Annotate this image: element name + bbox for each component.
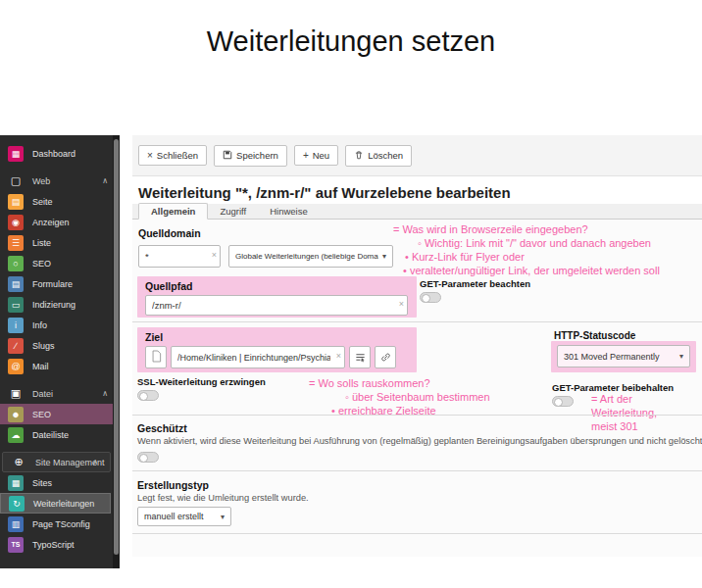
sidebar-item-liste[interactable]: ☰Liste (0, 232, 120, 253)
sidebar-scrollbar[interactable] (113, 135, 120, 568)
sidebar-item-datei[interactable]: ▣Datei∧ (0, 383, 120, 404)
clear-icon[interactable]: × (399, 299, 404, 309)
sidebar-item-label: Dashboard (32, 149, 75, 159)
get-beibehalten-toggle[interactable] (552, 396, 574, 407)
sidebar-item-label: Sites (32, 478, 52, 488)
erstellungstyp-select[interactable]: manuell erstellt ▾ (137, 507, 231, 526)
sidebar-item-anzeigen[interactable]: ◉Anzeigen (0, 212, 120, 232)
chevron-down-icon: ▾ (679, 352, 683, 361)
datei-icon: ▣ (8, 386, 24, 402)
close-button[interactable]: × Schließen (138, 145, 207, 166)
plus-icon: + (303, 151, 309, 161)
field-quelldomain: Quelldomain × Globale Weiterleitungen (b… (138, 227, 393, 268)
erstellungstyp-description: Legt fest, wie die Umleitung erstellt wu… (137, 493, 309, 503)
annotation-source-2: ◦ Wichtig: Link mit "/" davor und danach… (418, 237, 651, 249)
sidebar-item-site-management[interactable]: ⊕Site Management∧ (2, 452, 111, 472)
delete-button[interactable]: Löschen (345, 145, 412, 167)
sidebar-item-label: SEO (32, 410, 51, 419)
link-browser-button[interactable] (375, 346, 396, 368)
tab-allgemein[interactable]: Allgemein (138, 203, 208, 220)
seo-icon: ○ (8, 256, 24, 271)
sidebar-item-label: Anzeigen (32, 218, 70, 227)
sidebar-item-indizierung[interactable]: ▭Indizierung (0, 294, 120, 315)
indizierung-icon: ▭ (8, 297, 24, 313)
sidebar-item-label: Seite (32, 197, 53, 207)
quellpfad-label: Quellpfad (137, 276, 417, 292)
sidebar-item-typoscript[interactable]: TSTypoScript (0, 534, 120, 555)
ziel-label: Ziel (137, 327, 417, 343)
get-beachten-toggle[interactable] (420, 292, 441, 303)
sidebar-item-sites[interactable]: ▦Sites (0, 472, 120, 493)
link-icon (380, 349, 391, 367)
doc-toolbar: × Schließen Speichern + Neu Löschen (132, 135, 702, 176)
page-record-button[interactable] (145, 346, 167, 368)
page-title: Weiterleitungen setzen (0, 25, 702, 58)
sidebar-scrollbar-thumb[interactable] (114, 139, 119, 555)
erstellungstyp-label: Erstellungstyp (137, 479, 209, 491)
sidebar-item-label: Mail (32, 362, 49, 371)
sidebar-item-label: Dateiliste (32, 430, 69, 440)
formulare-icon: ▤ (8, 276, 24, 292)
ziel-input[interactable] (171, 346, 345, 368)
sidebar-item-label: Liste (32, 238, 51, 248)
get-beachten-label: GET-Parameter beachten (420, 278, 530, 289)
tab-hinweise[interactable]: Hinweise (258, 204, 320, 219)
sidebar-item-slugs[interactable]: ∕Slugs (0, 335, 120, 356)
ssl-toggle[interactable] (137, 390, 159, 401)
seite-icon: ▤ (8, 194, 24, 210)
tab-bar: AllgemeinZugriffHinweise (132, 204, 702, 220)
form-content: Quelldomain × Globale Weiterleitungen (b… (132, 220, 702, 557)
sidebar-items: ▦Dashboard▢Web∧▤Seite◉Anzeigen☰Liste○SEO… (0, 135, 120, 555)
anzeigen-icon: ◉ (8, 215, 24, 230)
annotation-source-4: • veralteter/ungültiger Link, der umgele… (403, 265, 660, 276)
save-button[interactable]: Speichern (214, 145, 287, 167)
geschuetzt-label: Geschützt (137, 422, 187, 434)
chevron-down-icon: ▾ (382, 252, 386, 261)
sidebar-item-page-tsconfig[interactable]: ▥Page TSconfig (0, 514, 120, 534)
sidebar-item-mail[interactable]: @Mail (0, 356, 120, 376)
close-button-label: Schließen (157, 150, 198, 161)
clear-icon[interactable]: × (336, 351, 341, 361)
save-icon (223, 150, 232, 162)
sidebar-item-seite[interactable]: ▤Seite (0, 191, 120, 212)
sidebar-item-label: Indizierung (32, 300, 75, 310)
sidebar-item-datei-seo[interactable]: ☻SEO (0, 404, 120, 424)
annotation-target-2: ◦ über Seitenbaum bestimmen (345, 391, 490, 403)
ssl-label: SSL-Weiterleitung erzwingen (137, 376, 266, 387)
geschuetzt-description: Wenn aktiviert, wird diese Weiterleitung… (137, 436, 702, 446)
sidebar-item-weiterleitungen[interactable]: ↻Weiterleitungen (0, 493, 111, 514)
liste-icon: ☰ (8, 235, 24, 251)
clear-icon[interactable]: × (212, 250, 217, 260)
sidebar-item-info[interactable]: iInfo (0, 315, 120, 335)
quellpfad-input[interactable] (145, 295, 408, 316)
sidebar-item-dashboard[interactable]: ▦Dashboard (0, 143, 120, 164)
sidebar-item-dateiliste[interactable]: ☁Dateiliste (0, 424, 120, 445)
datei-seo-icon: ☻ (8, 407, 24, 422)
page-tsconfig-icon: ▥ (8, 516, 24, 532)
quelldomain-input[interactable] (138, 245, 221, 268)
sidebar-item-seo[interactable]: ○SEO (0, 253, 120, 273)
new-button[interactable]: + Neu (294, 145, 338, 166)
mail-icon: @ (8, 359, 24, 374)
sidebar-item-formulare[interactable]: ▤Formulare (0, 273, 120, 294)
close-icon: × (147, 151, 153, 161)
weiterleitungen-icon: ↻ (9, 496, 25, 512)
dashboard-icon: ▦ (8, 146, 24, 162)
record-browser-button[interactable] (349, 346, 371, 368)
sidebar-item-label: Weiterleitungen (33, 499, 94, 509)
record-browser-icon (355, 349, 366, 367)
chevron-up-icon: ∧ (102, 176, 108, 185)
chevron-up-icon: ∧ (92, 458, 98, 466)
field-ziel-highlight: Ziel × (137, 327, 417, 372)
sidebar-item-label: Formulare (32, 279, 73, 289)
geschuetzt-toggle[interactable] (137, 452, 159, 463)
quelldomain-label: Quelldomain (138, 227, 393, 239)
site-management-icon: ⊕ (11, 455, 26, 470)
delete-button-label: Löschen (368, 150, 403, 161)
sidebar-item-web[interactable]: ▢Web∧ (0, 171, 120, 191)
chevron-up-icon: ∧ (102, 389, 108, 398)
quelldomain-select[interactable]: Globale Weiterleitungen (beliebige Domai… (228, 245, 393, 268)
typoscript-icon: TS (8, 537, 24, 553)
tab-zugriff[interactable]: Zugriff (208, 204, 258, 219)
http-statuscode-select[interactable]: 301 Moved Permanently ▾ (557, 345, 690, 368)
